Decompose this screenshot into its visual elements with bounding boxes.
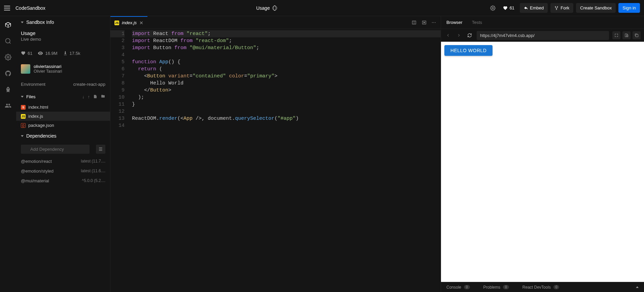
json-file-icon: {}	[21, 123, 26, 128]
dependency-item[interactable]: @emotion/styledlatest (11.6....	[16, 166, 110, 176]
sandbox-stats: 61 16.9M 17.5k	[16, 46, 110, 60]
open-window-icon[interactable]	[633, 31, 641, 39]
heart-icon	[21, 51, 26, 56]
dependency-name: @mui/material	[21, 178, 49, 183]
nav-reload-icon[interactable]	[466, 32, 473, 38]
svg-point-5	[7, 57, 9, 58]
expand-icon[interactable]	[612, 31, 620, 39]
preview-frame: HELLO WORLD	[441, 42, 644, 282]
dependency-menu-button[interactable]: ☰	[96, 145, 105, 154]
file-item[interactable]: 5index.html	[16, 103, 110, 112]
code-editor[interactable]: 1234567891011121314 import React from "r…	[110, 29, 441, 292]
create-sandbox-button[interactable]: Create Sandbox	[576, 3, 616, 13]
eye-icon	[38, 50, 43, 56]
sandbox-subtitle: Live demo	[21, 37, 105, 42]
responsive-icon[interactable]	[622, 31, 631, 39]
svg-rect-12	[636, 35, 638, 37]
heart-icon	[503, 6, 508, 10]
more-icon[interactable]: ⋯	[432, 20, 436, 25]
chevron-up-icon[interactable]	[636, 286, 639, 288]
upload-icon[interactable]: ↑	[88, 94, 90, 99]
dependency-item[interactable]: @mui/material^5.0.0 (5.2....	[16, 176, 110, 186]
file-name: index.js	[28, 114, 43, 119]
sandbox-title-header[interactable]: Usage	[256, 5, 270, 11]
stat-forks: 17.5k	[63, 51, 80, 56]
file-name: index.html	[28, 105, 48, 110]
fork-icon	[554, 6, 558, 10]
nav-forward-icon[interactable]	[455, 32, 463, 38]
activity-live[interactable]	[5, 102, 11, 109]
fork-button[interactable]: Fork	[550, 3, 573, 13]
chevron-down-icon	[21, 135, 24, 137]
svg-point-2	[557, 6, 558, 7]
activity-search[interactable]	[5, 38, 11, 44]
author-row[interactable]: oliviertassinari Olivier Tassinari	[16, 60, 110, 78]
likes-count[interactable]: 61	[500, 5, 517, 10]
sandbox-info-header[interactable]: Sandbox Info	[16, 16, 110, 28]
new-folder-icon[interactable]	[101, 94, 105, 99]
globe-icon	[272, 6, 277, 10]
dependency-search-input[interactable]	[21, 145, 90, 154]
activity-bar	[0, 16, 16, 292]
console-tab[interactable]: Console 0	[446, 285, 470, 290]
avatar	[21, 64, 30, 74]
author-handle: oliviertassinari	[34, 64, 62, 69]
header: CodeSandbox Usage 61 Embed Fork Create S…	[0, 0, 644, 16]
close-tab-icon[interactable]: ✕	[139, 20, 143, 26]
env-label: Environment	[21, 82, 45, 87]
new-file-icon[interactable]	[93, 94, 97, 99]
dependency-version: latest (11.7....	[81, 159, 105, 164]
split-view-icon[interactable]	[411, 20, 417, 25]
tab-tests[interactable]: Tests	[472, 20, 482, 25]
js-file-icon: JS	[114, 21, 119, 25]
file-name: package.json	[28, 123, 54, 128]
sandbox-title: Usage	[21, 30, 105, 36]
stat-views: 16.9M	[38, 50, 57, 56]
dependency-name: @emotion/styled	[21, 169, 54, 174]
dependency-item[interactable]: @emotion/reactlatest (11.7....	[16, 156, 110, 166]
preview-icon[interactable]	[421, 20, 427, 25]
menu-icon[interactable]	[4, 6, 10, 10]
embed-button[interactable]: Embed	[520, 3, 548, 13]
editor-tab[interactable]: JS index.js ✕	[110, 16, 147, 29]
nav-back-icon[interactable]	[444, 32, 452, 38]
file-item[interactable]: {}package.json	[16, 121, 110, 130]
activity-settings[interactable]	[5, 54, 11, 61]
download-icon[interactable]: ↓	[82, 94, 84, 99]
js-file-icon: JS	[21, 114, 26, 119]
chevron-down-icon	[21, 96, 24, 98]
brand[interactable]: CodeSandbox	[15, 5, 45, 11]
svg-point-3	[556, 9, 557, 10]
html-file-icon: 5	[21, 105, 26, 110]
preview-hello-button[interactable]: HELLO WORLD	[444, 45, 493, 56]
svg-rect-10	[625, 34, 627, 37]
svg-point-1	[555, 6, 556, 7]
files-header[interactable]: Files ↓ ↑	[16, 91, 110, 103]
url-input[interactable]	[477, 31, 609, 40]
env-value: create-react-app	[73, 82, 105, 87]
signin-button[interactable]: Sign in	[618, 3, 640, 13]
author-name: Olivier Tassinari	[34, 69, 62, 74]
sidebar: Sandbox Info Usage Live demo 61 16.9M 17…	[16, 16, 110, 292]
dependency-name: @emotion/react	[21, 159, 52, 164]
svg-point-4	[6, 39, 10, 43]
chevron-down-icon	[21, 22, 24, 23]
preferences-icon[interactable]	[488, 3, 498, 13]
activity-github[interactable]	[5, 70, 11, 77]
devtools-tab[interactable]: React DevTools 0	[522, 285, 560, 290]
console-bar: Console 0 Problems 0 React DevTools 0	[441, 282, 644, 292]
activity-deploy[interactable]	[5, 86, 11, 93]
activity-explorer[interactable]	[5, 22, 11, 28]
file-item[interactable]: JSindex.js	[16, 112, 110, 121]
svg-point-0	[492, 7, 494, 9]
dependency-version: ^5.0.0 (5.2....	[82, 178, 105, 183]
preview-area: Browser Tests	[441, 16, 644, 292]
svg-marker-9	[424, 22, 425, 23]
problems-tab[interactable]: Problems 0	[483, 285, 509, 290]
tab-browser[interactable]: Browser	[446, 20, 463, 25]
share-icon	[524, 6, 528, 10]
editor-area: JS index.js ✕ ⋯ 1234567891011121314	[110, 16, 441, 292]
dependencies-header[interactable]: Dependencies	[16, 130, 110, 142]
stat-likes[interactable]: 61	[21, 51, 32, 56]
dependency-version: latest (11.6....	[81, 169, 105, 174]
